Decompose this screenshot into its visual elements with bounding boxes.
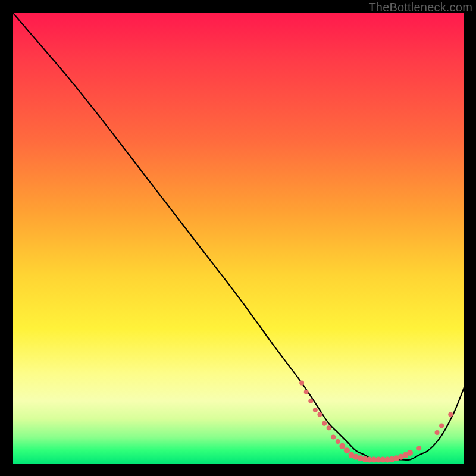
marker-dot (448, 412, 453, 417)
marker-dot (304, 390, 309, 394)
marker-dot (322, 421, 327, 426)
curve-markers (299, 381, 453, 463)
marker-dot (336, 439, 340, 444)
marker-dot (416, 446, 421, 450)
chart-stage: TheBottleneck.com (0, 0, 476, 476)
marker-dot (299, 381, 304, 386)
chart-svg (13, 13, 464, 464)
marker-dot (439, 424, 444, 428)
curve-line (13, 13, 464, 460)
marker-dot (331, 435, 336, 440)
marker-dot (339, 443, 345, 449)
chart-plot-area (13, 13, 464, 464)
watermark-text: TheBottleneck.com (368, 1, 472, 14)
marker-dot (317, 412, 322, 417)
marker-dot (407, 450, 413, 456)
marker-dot (327, 425, 331, 430)
marker-dot (344, 447, 350, 453)
marker-dot (313, 408, 318, 412)
marker-dot (435, 430, 440, 435)
marker-dot (308, 399, 313, 403)
